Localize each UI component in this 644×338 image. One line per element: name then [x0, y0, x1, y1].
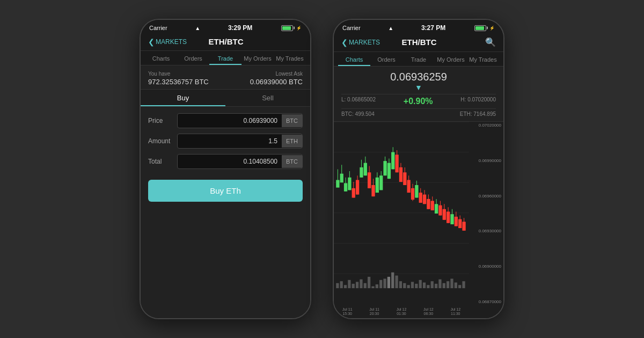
svg-rect-7	[340, 281, 343, 288]
svg-rect-52	[360, 167, 363, 178]
amount-input[interactable]	[178, 134, 282, 148]
nav-right-2[interactable]: 🔍	[458, 37, 496, 47]
svg-rect-28	[423, 283, 426, 289]
chart-eth-vol: ETH: 7164.895	[460, 111, 496, 117]
amount-row: Amount ETH	[148, 134, 303, 149]
total-label: Total	[148, 158, 173, 165]
bolt-1: ⚡	[296, 26, 302, 31]
time-1: 3:29 PM	[228, 24, 252, 32]
tab-myorders-1[interactable]: My Orders	[241, 51, 274, 65]
battery-fill-2	[475, 26, 484, 30]
carrier-1: Carrier	[149, 25, 167, 31]
svg-rect-32	[438, 280, 441, 289]
x-label-3: Jul 1201:30	[397, 307, 407, 317]
price-row: Price BTC	[148, 113, 303, 128]
y-label-6: 0.06870000	[471, 299, 501, 304]
svg-rect-88	[431, 201, 434, 210]
svg-rect-12	[360, 280, 362, 289]
svg-rect-78	[411, 188, 414, 200]
tab-trade-1[interactable]: Trade	[209, 51, 241, 65]
tab-mytrades-2[interactable]: My Trades	[467, 52, 499, 66]
lowest-ask-value: 0.06939000 BTC	[250, 78, 303, 86]
svg-rect-56	[368, 172, 371, 188]
svg-rect-22	[399, 281, 402, 288]
battery-1	[281, 25, 293, 31]
svg-rect-27	[419, 280, 422, 288]
tab-charts-2[interactable]: Charts	[338, 52, 370, 66]
back-button-2[interactable]: ❮ MARKETS	[341, 39, 380, 46]
back-button-1[interactable]: ❮ MARKETS	[148, 38, 187, 46]
total-currency: BTC	[282, 155, 302, 168]
tab-mytrades-1[interactable]: My Trades	[274, 51, 306, 65]
amount-input-wrap: ETH	[177, 134, 303, 149]
x-label-5: Jul 1211:30	[450, 307, 460, 317]
price-input[interactable]	[178, 114, 282, 128]
svg-rect-19	[387, 277, 390, 288]
chart-low: L: 0.06865002	[341, 97, 376, 106]
svg-rect-100	[455, 217, 458, 226]
svg-rect-62	[379, 175, 383, 190]
chevron-icon-2: ❮	[341, 39, 348, 46]
svg-rect-31	[435, 284, 437, 288]
trade-form: Price BTC Amount ETH Total BTC	[141, 107, 310, 175]
carrier-2: Carrier	[342, 25, 361, 31]
sell-tab[interactable]: Sell	[225, 90, 310, 106]
phone-2: Carrier ▲ 3:27 PM ⚡ ❮ MARKETS ETH/BTC 🔍 …	[333, 19, 504, 319]
time-2: 3:27 PM	[421, 24, 445, 32]
total-input[interactable]	[178, 155, 282, 168]
svg-rect-29	[427, 285, 429, 288]
tab-charts-1[interactable]: Charts	[145, 51, 177, 65]
nav-title-2: ETH/BTC	[380, 38, 458, 47]
back-label-1: MARKETS	[156, 38, 187, 46]
buy-tab[interactable]: Buy	[141, 90, 225, 106]
chart-area: 0.07020000 0.06990000 0.06960000 0.06930…	[334, 122, 503, 318]
svg-rect-64	[383, 161, 386, 175]
y-label-4: 0.06930000	[471, 229, 501, 233]
price-label: Price	[148, 117, 173, 124]
chart-header: 0.06936259 ▼ L: 0.06865002 +0.90% H: 0.0…	[334, 67, 503, 122]
search-icon[interactable]: 🔍	[485, 37, 496, 47]
chart-high: H: 0.07020000	[460, 97, 496, 106]
svg-rect-96	[447, 211, 450, 223]
svg-rect-102	[458, 219, 462, 229]
svg-rect-18	[383, 278, 386, 288]
lowest-ask-col: Lowest Ask 0.06939000 BTC	[250, 71, 303, 86]
svg-rect-74	[403, 172, 406, 185]
tab-trade-2[interactable]: Trade	[402, 52, 435, 66]
svg-rect-98	[450, 214, 453, 224]
y-label-2: 0.06990000	[471, 158, 501, 163]
tab-myorders-2[interactable]: My Orders	[435, 52, 467, 66]
svg-rect-66	[387, 163, 391, 179]
buy-eth-button[interactable]: Buy ETh	[148, 180, 303, 202]
chart-stats-row-2: BTC: 499.504 ETH: 7164.895	[341, 109, 496, 119]
svg-rect-80	[415, 185, 418, 198]
svg-rect-25	[411, 282, 414, 288]
status-bar-1: Carrier ▲ 3:29 PM ⚡	[141, 20, 310, 35]
x-label-1: Jul 1115:30	[342, 307, 353, 317]
svg-rect-90	[435, 204, 438, 214]
svg-rect-84	[423, 195, 426, 204]
chart-arrow: ▼	[415, 83, 422, 92]
svg-rect-76	[407, 180, 411, 193]
tab-orders-2[interactable]: Orders	[370, 52, 402, 66]
nav-bar-2: ❮ MARKETS ETH/BTC 🔍	[334, 35, 503, 52]
you-have-col: You have 972.32536757 BTC	[148, 71, 209, 86]
svg-rect-82	[419, 193, 422, 203]
tab-orders-1[interactable]: Orders	[177, 51, 209, 65]
svg-rect-14	[368, 277, 370, 288]
back-label-2: MARKETS	[349, 39, 380, 46]
chart-x-axis: Jul 1115:30 Jul 1120:30 Jul 1201:30 Jul …	[334, 305, 469, 318]
status-icons-1: ⚡	[280, 25, 302, 31]
chart-price: 0.06936259	[390, 71, 447, 83]
svg-rect-30	[431, 281, 434, 288]
battery-2	[474, 25, 486, 31]
svg-rect-10	[352, 284, 355, 288]
svg-rect-72	[399, 167, 402, 182]
battery-fill-1	[282, 26, 291, 30]
svg-rect-70	[395, 155, 398, 172]
svg-rect-24	[407, 285, 410, 288]
svg-rect-86	[427, 199, 430, 209]
trade-info: You have 972.32536757 BTC Lowest Ask 0.0…	[141, 65, 310, 90]
svg-rect-6	[336, 283, 339, 288]
chart-y-axis: 0.07020000 0.06990000 0.06960000 0.06930…	[469, 122, 503, 305]
